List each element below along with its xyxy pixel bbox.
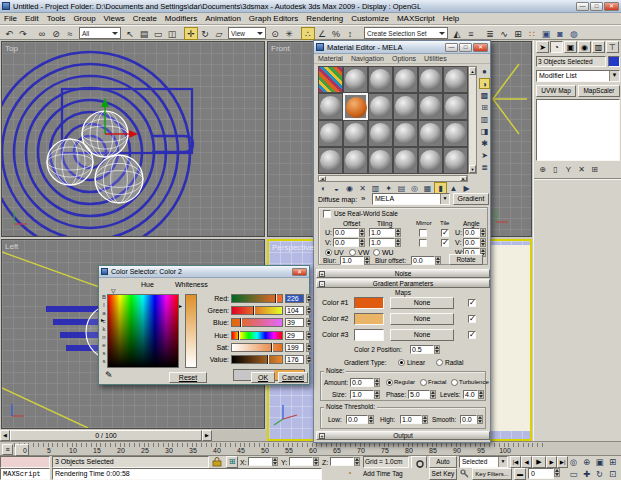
hue-blackness-square[interactable] bbox=[107, 294, 179, 368]
phase-field[interactable]: 5.0 bbox=[408, 390, 430, 399]
sat-slider-marker[interactable] bbox=[271, 343, 273, 352]
color-2-row-swatch[interactable] bbox=[354, 313, 384, 325]
use-real-world-checkbox[interactable] bbox=[323, 210, 331, 218]
vw-radio[interactable] bbox=[349, 249, 356, 256]
material-options-icon[interactable]: ✱ bbox=[479, 138, 490, 149]
make-preview-icon[interactable]: ◨ bbox=[479, 126, 490, 137]
hue-slider-marker[interactable] bbox=[238, 331, 240, 340]
named-selection-sets-dropdown[interactable]: Create Selection Set bbox=[364, 27, 448, 39]
modifier-stack-list[interactable] bbox=[536, 99, 620, 161]
z-coordinate-field[interactable] bbox=[330, 457, 354, 466]
material-sample-slot[interactable] bbox=[368, 66, 393, 93]
key-filters-icon[interactable] bbox=[460, 469, 470, 479]
key-mode-toggle-icon[interactable]: ▬ bbox=[514, 468, 526, 480]
viewport-top[interactable]: Top bbox=[1, 41, 265, 237]
expand-icon[interactable]: + bbox=[319, 433, 325, 439]
x-spinner[interactable] bbox=[272, 457, 278, 466]
menu-maxscript[interactable]: MAXScript bbox=[393, 13, 439, 25]
zoom-all-icon[interactable]: ⊕ bbox=[580, 456, 593, 468]
map-type-button[interactable]: Gradient bbox=[453, 193, 489, 205]
next-frame-button[interactable]: ▶ bbox=[546, 456, 557, 468]
y-spinner[interactable] bbox=[313, 457, 319, 466]
me-menu-utilities[interactable]: Utilities bbox=[420, 54, 451, 64]
material-sample-slot[interactable] bbox=[443, 93, 468, 120]
wu-radio[interactable] bbox=[373, 249, 380, 256]
color2-position-field[interactable]: 0.5 bbox=[410, 345, 434, 354]
smooth-field[interactable]: 0.0 bbox=[460, 415, 477, 424]
menu-customize[interactable]: Customize bbox=[347, 13, 393, 25]
use-center-icon[interactable]: ⊙ bbox=[268, 27, 282, 40]
selection-filter-dropdown[interactable]: All bbox=[79, 27, 121, 39]
smooth-spinner[interactable] bbox=[477, 415, 483, 424]
undo-icon[interactable]: ↶ bbox=[2, 27, 16, 40]
ok-button[interactable]: OK bbox=[251, 372, 275, 383]
select-by-name-icon[interactable]: ▤ bbox=[137, 27, 151, 40]
levels-field[interactable]: 4.0 bbox=[463, 390, 478, 399]
zoom-extents-icon[interactable]: ▣ bbox=[593, 456, 606, 468]
green-slider-bar[interactable] bbox=[231, 306, 283, 315]
add-time-tag[interactable]: Add Time Tag bbox=[363, 469, 409, 479]
expand-icon[interactable]: + bbox=[319, 271, 325, 277]
menu-file[interactable]: File bbox=[0, 13, 21, 25]
amount-field[interactable]: 0.0 bbox=[350, 378, 374, 387]
maxscript-listener-cell[interactable]: MAXScript bbox=[0, 468, 50, 480]
command-tab-display[interactable]: ▥ bbox=[592, 41, 605, 53]
set-key-button[interactable]: Set Key bbox=[429, 468, 457, 480]
background-icon[interactable]: ▩ bbox=[479, 90, 490, 101]
close-icon[interactable]: ✕ bbox=[604, 2, 619, 11]
cancel-button[interactable]: Cancel bbox=[278, 372, 308, 383]
material-sample-slot[interactable] bbox=[343, 66, 368, 93]
hue-slider-bar[interactable] bbox=[231, 331, 283, 340]
amount-spinner[interactable] bbox=[374, 378, 380, 387]
menu-rendering[interactable]: Rendering bbox=[302, 13, 347, 25]
material-sample-slot[interactable] bbox=[318, 120, 343, 147]
material-sample-slot[interactable] bbox=[393, 120, 418, 147]
command-tab-hierarchy[interactable]: ▣ bbox=[564, 41, 577, 53]
red-slider-spinner[interactable] bbox=[306, 294, 311, 303]
high-field[interactable]: 1.0 bbox=[400, 415, 422, 424]
material-sample-slot[interactable] bbox=[343, 120, 368, 147]
material-sample-slot[interactable] bbox=[368, 120, 393, 147]
u-offset-spinner[interactable] bbox=[359, 228, 365, 237]
menu-modifiers[interactable]: Modifiers bbox=[161, 13, 201, 25]
v-tiling-field[interactable]: 1.0 bbox=[369, 238, 395, 247]
sat-slider-value-field[interactable]: 199 bbox=[285, 343, 304, 352]
spinner-snap-icon[interactable]: ↕ bbox=[343, 27, 357, 40]
pan-icon[interactable]: ✚ bbox=[580, 468, 593, 480]
selection-lock-icon[interactable] bbox=[212, 457, 222, 467]
material-sample-slot[interactable] bbox=[393, 66, 418, 93]
timeline-ruler[interactable]: ≡ 05101520253035404550556065707580859095… bbox=[0, 441, 621, 456]
select-object-icon[interactable]: ↖ bbox=[123, 27, 137, 40]
v-angle-field[interactable]: 0.0 bbox=[463, 238, 480, 247]
v-tile-checkbox[interactable] bbox=[441, 239, 449, 247]
u-angle-field[interactable]: 0.0 bbox=[463, 228, 480, 237]
sample-type-icon[interactable]: ● bbox=[479, 66, 490, 77]
turbulence-radio[interactable] bbox=[451, 379, 458, 386]
minimize-icon[interactable]: — bbox=[576, 2, 589, 11]
orbit-icon[interactable]: ↻ bbox=[593, 468, 606, 480]
trackbar-left-arrow[interactable]: ◀ bbox=[0, 430, 10, 441]
pin-stack-icon[interactable]: ⊕ bbox=[536, 163, 549, 175]
color-2-row-checkbox[interactable] bbox=[468, 315, 476, 323]
sat-slider-bar[interactable] bbox=[231, 343, 283, 352]
color-selector-dialog[interactable]: Color Selector: Color 2 ✕ Hue Whiteness … bbox=[98, 265, 310, 385]
material-sample-slot[interactable] bbox=[393, 93, 418, 120]
red-slider-bar[interactable] bbox=[231, 294, 283, 303]
reset-button[interactable]: Reset bbox=[169, 372, 207, 383]
blue-slider-marker[interactable] bbox=[240, 318, 242, 327]
render-setup-icon[interactable]: ▣ bbox=[539, 27, 553, 40]
me-menu-navigation[interactable]: Navigation bbox=[347, 54, 388, 64]
color-3-row-checkbox[interactable] bbox=[468, 331, 476, 339]
maximize-icon[interactable]: □ bbox=[459, 43, 472, 52]
configure-modifier-sets-icon[interactable]: ⊞ bbox=[588, 163, 601, 175]
material-sample-slot[interactable] bbox=[368, 147, 393, 174]
macro-recorder-cell[interactable] bbox=[0, 456, 50, 468]
scroll-up-icon[interactable]: ▲ bbox=[469, 67, 476, 75]
eyedropper-icon[interactable]: ✎ bbox=[105, 370, 113, 380]
select-and-manipulate-icon[interactable]: ✳ bbox=[282, 27, 296, 40]
noise-rollout-header[interactable]: + Noise bbox=[316, 269, 490, 278]
menu-create[interactable]: Create bbox=[129, 13, 161, 25]
v-tiling-spinner[interactable] bbox=[395, 238, 401, 247]
select-and-rotate-icon[interactable]: ↻ bbox=[198, 27, 212, 40]
menu-edit[interactable]: Edit bbox=[21, 13, 43, 25]
